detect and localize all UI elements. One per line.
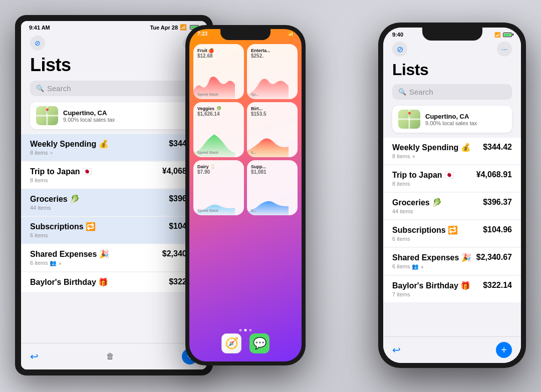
safari-icon[interactable]: 🧭 bbox=[221, 333, 241, 353]
iphone-right-device: 9:40 📶 ⊘ ··· Lists 🔍 Search bbox=[378, 23, 526, 368]
iphone-center-wifi: 📶 bbox=[288, 31, 294, 37]
list-item-meta: 44 items bbox=[30, 205, 80, 211]
list-item-meta: 44 items bbox=[392, 208, 442, 214]
widget-fruit[interactable]: Fruit 🍎 $12.68 Spend Stack bbox=[193, 44, 244, 99]
list-item-name: Baylor's Birthday 🎁 bbox=[30, 277, 108, 287]
list-item-meta: 6 items 👥 ● bbox=[392, 263, 471, 270]
iphone-right-notch bbox=[422, 28, 482, 41]
location-tax: 9.00% local sales tax bbox=[425, 120, 477, 126]
delete-button[interactable]: 🗑 bbox=[106, 352, 114, 361]
list-item[interactable]: Shared Expenses 🎉 6 items 👥 ● $2,340.67 bbox=[21, 244, 207, 271]
add-button[interactable]: + bbox=[496, 342, 512, 358]
list-item-amount: $104.96 bbox=[483, 225, 512, 234]
list-item-meta: 6 items 👥 ● bbox=[30, 260, 109, 266]
messages-icon[interactable]: 💬 bbox=[249, 333, 269, 353]
widget-brand: Sp... bbox=[251, 93, 258, 96]
list-item-name: Groceries 🥬 bbox=[30, 194, 80, 204]
page-dots bbox=[239, 329, 252, 331]
iphone-right-search-placeholder: Search bbox=[409, 88, 433, 96]
iphone-right-app-title: Lists bbox=[383, 61, 521, 84]
iphone-right-location-banner[interactable]: 📍 Cupertino, CA 9.00% local sales tax bbox=[392, 106, 512, 133]
list-item-meta: 7 items bbox=[392, 291, 470, 297]
slash-circle-button[interactable]: ⊘ bbox=[30, 36, 45, 51]
widget-label: Dairy 🥛 bbox=[197, 164, 240, 169]
location-info: Cupertino, CA 9.00% local sales tax bbox=[425, 113, 477, 126]
list-item-meta: 8 items ● bbox=[392, 153, 471, 159]
list-item-name: Trip to Japan 🇯🇵 bbox=[392, 170, 454, 180]
location-city: Cupertino, CA bbox=[63, 109, 115, 117]
location-info: Cupertino, CA 9.00% local sales tax bbox=[63, 109, 115, 123]
list-item[interactable]: Groceries 🥬 44 items $396.37 bbox=[21, 189, 207, 216]
iphone-right-time: 9:40 bbox=[392, 32, 403, 38]
iphone-dock: 🧭 💬 bbox=[221, 333, 269, 353]
refresh-button[interactable]: ↩ bbox=[392, 344, 401, 356]
list-item[interactable]: Trip to Japan 🇯🇵 8 items ¥4,068.91 bbox=[383, 165, 521, 192]
list-item-name: Subscriptions 🔁 bbox=[392, 225, 458, 235]
widget-brand: Spend Stack bbox=[197, 209, 218, 212]
widget-dairy[interactable]: Dairy 🥛 $7.90 Spend Stack bbox=[193, 160, 244, 215]
map-thumbnail: 📍 bbox=[398, 110, 420, 129]
list-item[interactable]: Subscriptions 🔁 6 items $104.96 bbox=[21, 217, 207, 243]
search-icon: 🔍 bbox=[398, 88, 406, 96]
iphone-right-search-bar[interactable]: 🔍 Search bbox=[392, 84, 512, 100]
list-item[interactable]: Groceries 🥬 44 items $396.37 bbox=[383, 193, 521, 219]
ipad-search-bar[interactable]: 🔍 Search bbox=[30, 81, 198, 96]
list-item-name: Shared Expenses 🎉 bbox=[392, 253, 471, 262]
widget-entertainment[interactable]: Enterta... $252. Sp... bbox=[247, 44, 298, 99]
list-item-name: Baylor's Birthday 🎁 bbox=[392, 281, 470, 290]
ipad-screen: 9:41 AM Tue Apr 28 📶 ⊘ ··· Lists 🔍 bbox=[21, 21, 207, 369]
iphone-center-screen: 7:23 📶 Fruit 🍎 $12.68 Spend Stack Entert… bbox=[189, 29, 302, 361]
location-tax: 9.00% local sales tax bbox=[63, 117, 115, 123]
ipad-search-placeholder: Search bbox=[47, 84, 71, 93]
ipad-list-app: 9:41 AM Tue Apr 28 📶 ⊘ ··· Lists 🔍 bbox=[21, 21, 207, 369]
ipad-app-title: Lists bbox=[21, 55, 207, 81]
list-item-name: Subscriptions 🔁 bbox=[30, 222, 96, 231]
ipad-status-bar: 9:41 AM Tue Apr 28 📶 bbox=[21, 21, 207, 34]
ellipsis-button[interactable]: ··· bbox=[497, 42, 512, 57]
ipad-list-items: Weekly Spending 💰 8 items ● $344.42 Trip… bbox=[21, 134, 207, 293]
widget-label: Supp... bbox=[251, 164, 294, 169]
widget-amount: $1,081 bbox=[251, 169, 294, 175]
list-item[interactable]: Subscriptions 🔁 6 items $104.96 bbox=[383, 220, 521, 247]
map-pin-icon: 📍 bbox=[406, 112, 412, 117]
list-item[interactable]: Baylor's Birthday 🎁 $322.14 bbox=[21, 272, 207, 292]
widget-birthday[interactable]: Birt... $153.5 S... bbox=[247, 102, 298, 157]
list-item-amount: $344.42 bbox=[483, 143, 512, 152]
wifi-icon: 📶 bbox=[494, 32, 500, 38]
page-dot-active bbox=[244, 329, 247, 331]
widget-brand: S... bbox=[251, 151, 256, 154]
list-item[interactable]: Weekly Spending 💰 8 items ● $344.42 bbox=[21, 134, 207, 161]
wifi-icon: 📶 bbox=[180, 24, 187, 31]
iphone-right-bottom-toolbar: ↩ + bbox=[383, 336, 521, 363]
iphone-center-time: 7:23 bbox=[197, 31, 207, 37]
widget-amount: $12.68 bbox=[197, 53, 240, 59]
list-item-amount: ¥4,068.91 bbox=[476, 170, 512, 179]
iphone-right-toolbar: ⊘ ··· bbox=[383, 40, 521, 61]
iphone-center-device: 7:23 📶 Fruit 🍎 $12.68 Spend Stack Entert… bbox=[185, 25, 306, 365]
ipad-location-banner[interactable]: 📍 Cupertino, CA 9.00% local sales tax bbox=[30, 102, 198, 129]
iphone-center-notch bbox=[220, 29, 270, 40]
list-item[interactable]: Shared Expenses 🎉 6 items 👥 ● $2,340.67 bbox=[383, 248, 521, 275]
widget-brand: Spend Stack bbox=[197, 151, 218, 154]
widget-supp[interactable]: Supp... $1,081 S... bbox=[247, 160, 298, 215]
widget-label: Fruit 🍎 bbox=[197, 48, 240, 53]
ipad-status-right: Tue Apr 28 📶 bbox=[150, 24, 199, 31]
iphone-right-list-items: Weekly Spending 💰 8 items ● $344.42 Trip… bbox=[383, 138, 521, 303]
list-item[interactable]: Trip to Japan 🇯🇵 8 items ¥4,068.91 bbox=[21, 162, 207, 188]
ipad-device: 9:41 AM Tue Apr 28 📶 ⊘ ··· Lists 🔍 bbox=[15, 15, 213, 375]
list-item[interactable]: Weekly Spending 💰 8 items ● $344.42 bbox=[383, 138, 521, 164]
list-item-name: Weekly Spending 💰 bbox=[392, 143, 471, 152]
widget-amount: $153.5 bbox=[251, 111, 294, 117]
page-dot bbox=[239, 329, 242, 331]
widget-veggies[interactable]: Veggies 🥬 $1,626.14 Spend Stack bbox=[193, 102, 244, 157]
list-item-name: Weekly Spending 💰 bbox=[30, 139, 109, 149]
list-item[interactable]: Baylor's Birthday 🎁 7 items $322.14 bbox=[383, 276, 521, 302]
refresh-button[interactable]: ↩ bbox=[30, 350, 39, 362]
slash-circle-button[interactable]: ⊘ bbox=[392, 42, 407, 57]
widget-label: Birt... bbox=[251, 106, 294, 111]
map-thumbnail: 📍 bbox=[36, 106, 58, 125]
list-item-meta: 8 items bbox=[30, 177, 92, 183]
iphone-right-list-app: 9:40 📶 ⊘ ··· Lists 🔍 Search bbox=[383, 28, 521, 363]
widget-label: Veggies 🥬 bbox=[197, 106, 240, 111]
list-item-meta: 8 items ● bbox=[30, 150, 109, 156]
